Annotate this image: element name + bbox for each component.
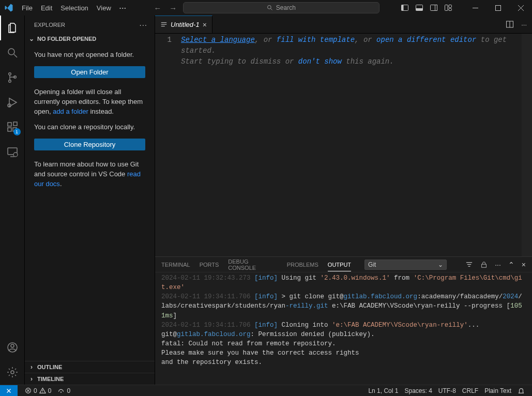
activity-run-debug-icon[interactable] — [0, 90, 25, 115]
outline-section[interactable]: › OUTLINE — [25, 361, 155, 373]
chevron-down-icon: ⌄ — [28, 35, 35, 42]
minimap[interactable] — [522, 34, 532, 256]
add-folder-link[interactable]: add a folder — [53, 108, 88, 115]
toggle-secondary-sidebar-icon[interactable] — [430, 4, 444, 12]
section-title: NO FOLDER OPENED — [37, 36, 96, 42]
activity-accounts-icon[interactable] — [0, 335, 25, 360]
window-close-icon[interactable] — [509, 0, 532, 16]
output-line: 2024-02-11 19:34:11.706 [info] > git clo… — [161, 292, 526, 320]
svg-rect-6 — [431, 5, 437, 11]
select-language-link[interactable]: Select a language — [181, 36, 255, 44]
menu-overflow[interactable]: ··· — [115, 4, 131, 12]
file-icon — [160, 21, 168, 28]
toggle-primary-sidebar-icon[interactable] — [401, 4, 415, 12]
no-folder-text: You have not yet opened a folder. — [34, 50, 145, 60]
timeline-label: TIMELINE — [37, 376, 64, 382]
svg-rect-22 — [8, 128, 11, 131]
svg-point-27 — [13, 153, 18, 157]
activity-source-control-icon[interactable] — [0, 65, 25, 90]
svg-point-18 — [8, 80, 11, 83]
status-indentation[interactable]: Spaces: 4 — [401, 387, 435, 394]
editor-area[interactable]: 1 Select a language, or fill with templa… — [155, 34, 532, 256]
nav-forward-icon[interactable]: → — [168, 4, 179, 12]
status-language-mode[interactable]: Plain Text — [481, 387, 514, 394]
activity-explorer-icon[interactable] — [0, 16, 25, 40]
fill-template-link[interactable]: fill with template — [277, 36, 355, 44]
remote-indicator-icon[interactable] — [0, 385, 18, 397]
sidebar-title: EXPLORER — [34, 22, 65, 28]
panel-tab-terminal[interactable]: TERMINAL — [161, 262, 190, 268]
window-minimize-icon[interactable] — [464, 0, 487, 16]
customize-layout-icon[interactable] — [444, 4, 459, 12]
svg-point-44 — [42, 392, 43, 392]
activity-settings-icon[interactable] — [0, 360, 25, 385]
svg-rect-5 — [416, 8, 423, 11]
panel-maximize-icon[interactable]: ⌃ — [508, 261, 514, 269]
svg-point-29 — [11, 344, 14, 347]
sidebar-more-icon[interactable]: ··· — [139, 20, 147, 29]
panel-tab-debug-console[interactable]: DEBUG CONSOLE — [228, 258, 277, 271]
command-center-search[interactable]: Search — [183, 2, 379, 13]
menu-selection[interactable]: Selection — [56, 4, 92, 12]
output-lock-icon[interactable] — [480, 261, 488, 268]
dont-show-link[interactable]: don't show — [298, 57, 342, 66]
editor-group: Untitled-1 × ··· 1 Select a language, or… — [155, 16, 532, 385]
open-different-editor-link[interactable]: open a different editor — [376, 36, 476, 44]
output-line: 2024-02-11 19:34:11.706 [info] Cloning i… — [161, 321, 526, 330]
editor-tab-untitled[interactable]: Untitled-1 × — [155, 16, 212, 33]
output-line: fatal: Could not read from remote reposi… — [161, 339, 526, 348]
activity-remote-explorer-icon[interactable] — [0, 140, 25, 164]
svg-line-1 — [270, 9, 272, 10]
toggle-panel-icon[interactable] — [415, 4, 430, 12]
split-editor-icon[interactable] — [506, 20, 514, 28]
menu-view[interactable]: View — [93, 4, 115, 12]
bottom-panel: TERMINAL PORTS DEBUG CONSOLE PROBLEMS OU… — [155, 256, 532, 385]
activity-search-icon[interactable] — [0, 40, 25, 65]
activity-bar: 1 — [0, 16, 25, 385]
editor-placeholder: Select a language, or fill with template… — [181, 34, 532, 256]
status-encoding[interactable]: UTF-8 — [435, 387, 459, 394]
editor-more-icon[interactable]: ··· — [521, 21, 527, 28]
panel-tab-problems[interactable]: PROBLEMS — [287, 262, 318, 268]
panel-tab-output[interactable]: OUTPUT — [328, 262, 351, 271]
output-more-icon[interactable]: ··· — [495, 261, 501, 269]
panel-close-icon[interactable]: × — [522, 261, 526, 269]
output-filter-icon[interactable] — [465, 261, 473, 268]
activity-extensions-icon[interactable]: 1 — [0, 115, 25, 140]
status-ports[interactable]: 0 — [54, 387, 73, 394]
status-notifications-icon[interactable] — [514, 387, 528, 394]
svg-point-30 — [11, 371, 14, 374]
menu-edit[interactable]: Edit — [37, 4, 56, 12]
svg-rect-39 — [482, 264, 487, 267]
editor-tab-bar: Untitled-1 × ··· — [155, 16, 532, 34]
explorer-sidebar: EXPLORER ··· ⌄ NO FOLDER OPENED You have… — [25, 16, 155, 385]
line-number-gutter: 1 — [155, 34, 181, 256]
status-problems[interactable]: 0 0 — [22, 387, 54, 394]
output-body[interactable]: 2024-02-11 19:32:43.273 [info] Using git… — [155, 272, 532, 385]
svg-rect-12 — [495, 5, 500, 10]
window-maximize-icon[interactable] — [487, 0, 509, 16]
output-line: Please make sure you have the correct ac… — [161, 348, 526, 358]
vscode-logo-icon — [0, 3, 18, 12]
no-folder-header[interactable]: ⌄ NO FOLDER OPENED — [25, 34, 155, 44]
clone-repository-button[interactable]: Clone Repository — [34, 139, 145, 150]
nav-back-icon[interactable]: ← — [152, 4, 163, 12]
panel-tab-ports[interactable]: PORTS — [200, 262, 219, 268]
timeline-section[interactable]: › TIMELINE — [25, 373, 155, 385]
output-line: and the repository exists. — [161, 358, 526, 367]
output-channel-select[interactable]: Git ⌄ — [364, 260, 447, 270]
status-cursor-position[interactable]: Ln 1, Col 1 — [365, 387, 401, 394]
tab-close-icon[interactable]: × — [203, 21, 207, 29]
menu-file[interactable]: File — [18, 4, 37, 12]
status-bar: 0 0 0 Ln 1, Col 1 Spaces: 4 UTF-8 CRLF P… — [0, 385, 532, 396]
chevron-right-icon: › — [28, 375, 35, 383]
output-line: 2024-02-11 19:32:43.273 [info] Using git… — [161, 273, 526, 292]
open-folder-button[interactable]: Open Folder — [34, 66, 145, 78]
title-bar: File Edit Selection View ··· ← → Search — [0, 0, 532, 16]
status-eol[interactable]: CRLF — [459, 387, 481, 394]
outline-label: OUTLINE — [37, 364, 62, 370]
svg-rect-7 — [435, 5, 437, 11]
svg-rect-21 — [8, 123, 11, 126]
svg-rect-10 — [449, 9, 452, 11]
svg-rect-3 — [402, 5, 404, 11]
